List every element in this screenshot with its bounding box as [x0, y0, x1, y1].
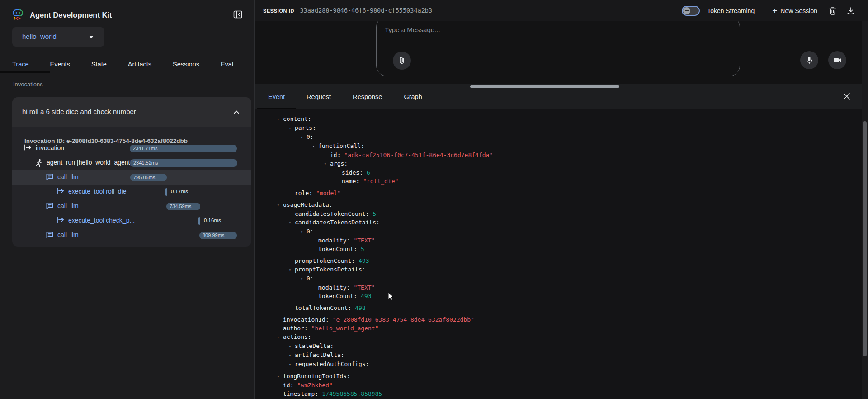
chevron-down-icon	[89, 36, 94, 38]
attach-file-button[interactable]	[393, 52, 411, 70]
expand-toggle-icon[interactable]	[289, 342, 295, 351]
horizontal-scrollbar[interactable]	[470, 86, 619, 88]
trace-row[interactable]: execute_tool check_p...0.16ms	[12, 214, 251, 228]
json-key: stateDelta:	[295, 342, 334, 349]
json-key: id:	[283, 382, 293, 389]
paperclip-icon	[397, 56, 406, 65]
json-value: "TEXT"	[354, 284, 375, 291]
expand-toggle-icon[interactable]	[277, 201, 283, 209]
detail-tab-request[interactable]: Request	[296, 84, 342, 109]
expand-toggle-icon[interactable]	[301, 275, 307, 283]
delete-session-button[interactable]	[827, 5, 838, 16]
video-button[interactable]	[828, 51, 846, 69]
expand-toggle-icon[interactable]	[277, 333, 283, 342]
expand-toggle-icon[interactable]	[277, 115, 283, 124]
invocation-card-header[interactable]: hi roll a 6 side dice and check number	[12, 97, 251, 127]
json-key: modality:	[318, 284, 350, 291]
sidebar-header: Agent Development Kit	[0, 0, 255, 25]
json-value: 493	[359, 257, 369, 264]
session-info: SESSION ID 33aad288-9846-46f6-980d-cf555…	[263, 6, 432, 14]
json-line: requestedAuthConfigs:	[269, 360, 861, 369]
json-value: "wmZhkbed"	[297, 382, 332, 389]
detail-tabs: EventRequestResponseGraph	[255, 84, 868, 109]
expand-toggle-icon[interactable]	[289, 124, 295, 133]
trace-span-label: execute_tool roll_die	[68, 188, 126, 195]
json-key: actions:	[283, 333, 311, 340]
plus-icon: +	[772, 8, 777, 14]
chat-icon	[46, 231, 54, 239]
bar-arrow-icon	[24, 144, 32, 152]
sidebar-tabs: TraceEventsStateArtifactsSessionsEval	[0, 56, 255, 72]
json-line: actions:	[269, 332, 861, 342]
expand-toggle-icon[interactable]	[312, 142, 318, 151]
expand-toggle-icon[interactable]	[289, 360, 295, 369]
agent-runner-icon	[35, 159, 42, 167]
json-key: usageMetadata:	[283, 201, 333, 208]
trace-row[interactable]: call_llm809.99ms	[12, 228, 251, 242]
trace-row[interactable]: call_llm795.05ms	[12, 170, 251, 185]
sidebar-tab-trace[interactable]: Trace	[12, 56, 29, 72]
json-line: sides:6	[269, 168, 861, 177]
json-value: "TEXT"	[354, 237, 375, 244]
trace-row[interactable]: invocation2341.71ms	[12, 141, 251, 156]
bar-arrow-icon	[24, 144, 32, 151]
expand-toggle-icon[interactable]	[301, 228, 307, 236]
app-title: Agent Development Kit	[30, 11, 112, 19]
sidebar-tab-sessions[interactable]: Sessions	[173, 56, 199, 72]
close-detail-button[interactable]	[843, 92, 851, 100]
sidebar-tab-state[interactable]: State	[91, 56, 107, 72]
detail-tab-event[interactable]: Event	[257, 84, 296, 109]
sidebar-tab-artifacts[interactable]: Artifacts	[128, 56, 151, 72]
trace-span-label: call_llm	[57, 231, 79, 238]
detail-tab-graph[interactable]: Graph	[393, 84, 433, 109]
bar-arrow-icon	[57, 217, 65, 225]
json-line: parts:	[269, 124, 861, 133]
json-value: 5	[361, 246, 364, 252]
detail-tab-response[interactable]: Response	[342, 84, 393, 109]
sidebar-tab-events[interactable]: Events	[50, 56, 70, 72]
json-key: candidatesTokenCount:	[295, 210, 369, 217]
json-line: id:"adk-caf25106-f0c7-451f-86e4-3c6d7e8f…	[269, 151, 861, 159]
active-tab-ink-bar	[0, 71, 50, 73]
trace-duration-label: 2341.71ms	[130, 145, 237, 152]
json-key: 0:	[307, 133, 314, 140]
sidebar-tab-eval[interactable]: Eval	[221, 56, 233, 72]
token-streaming-label: Token Streaming	[707, 7, 755, 14]
json-value: 1749586585.858985	[322, 390, 382, 397]
json-line: tokenCount:493	[269, 292, 861, 300]
export-session-button[interactable]	[845, 5, 856, 16]
message-composer: Type a Message...	[376, 21, 740, 76]
json-value: 5	[373, 210, 376, 217]
chevron-up-icon[interactable]	[233, 109, 240, 118]
event-detail-panel: EventRequestResponseGraph content:parts:…	[255, 84, 868, 399]
trace-row[interactable]: execute_tool roll_die0.17ms	[12, 185, 251, 199]
new-session-button[interactable]: + New Session	[769, 7, 820, 15]
message-input[interactable]: Type a Message...	[385, 26, 440, 33]
trace-span-label: agent_run [hello_world_agent]	[47, 159, 132, 166]
download-icon	[846, 6, 855, 15]
agent-select-dropdown[interactable]: hello_world	[12, 27, 104, 47]
expand-toggle-icon[interactable]	[324, 160, 330, 168]
adk-robot-logo-icon	[11, 8, 25, 21]
expand-toggle-icon[interactable]	[289, 351, 295, 360]
invocation-prompt: hi roll a 6 side dice and check number	[22, 108, 136, 115]
expand-toggle-icon[interactable]	[277, 372, 283, 381]
invocation-trace-card: hi roll a 6 side dice and check number I…	[12, 97, 251, 247]
token-streaming-toggle[interactable]	[682, 6, 700, 16]
collapse-sidebar-icon[interactable]	[232, 10, 243, 20]
vertical-scrollbar[interactable]	[863, 121, 867, 356]
microphone-button[interactable]	[800, 51, 818, 69]
trace-duration-bar	[165, 188, 167, 196]
expand-toggle-icon[interactable]	[301, 133, 307, 142]
trace-row[interactable]: agent_run [hello_world_agent]2341.52ms	[12, 156, 251, 170]
json-line: modality:"TEXT"	[269, 283, 861, 292]
expand-toggle-icon[interactable]	[289, 218, 295, 227]
trace-row[interactable]: call_llm734.59ms	[12, 199, 251, 214]
expand-toggle-icon[interactable]	[289, 266, 295, 274]
json-key: name:	[342, 178, 359, 185]
json-key: longRunningToolIds:	[283, 373, 350, 380]
trace-duration-bar: 2341.71ms	[130, 145, 237, 152]
json-key: parts:	[295, 124, 316, 131]
json-key: functionCall:	[318, 142, 364, 149]
json-line: totalTokenCount:498	[269, 304, 861, 312]
